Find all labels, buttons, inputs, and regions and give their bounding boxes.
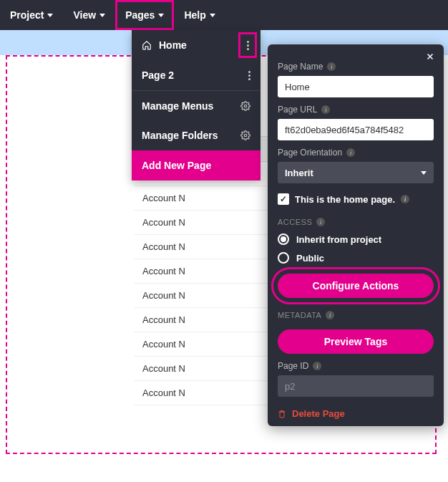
- info-icon[interactable]: i: [313, 362, 321, 370]
- dropdown-manage-menus-label: Manage Menus: [142, 100, 213, 112]
- homepage-label: This is the home page.: [295, 194, 395, 205]
- menu-help-label: Help: [184, 9, 205, 21]
- chevron-down-icon: [210, 14, 215, 17]
- delete-page-label: Delete Page: [292, 408, 345, 419]
- chevron-down-icon: [47, 14, 53, 17]
- chevron-down-icon: [158, 14, 164, 17]
- gear-icon: [240, 101, 250, 111]
- access-public-label: Public: [296, 253, 324, 264]
- dropdown-manage-folders[interactable]: Manage Folders: [132, 120, 260, 150]
- page-orientation-select[interactable]: Inherit: [278, 162, 434, 183]
- menu-view[interactable]: View: [63, 0, 115, 30]
- info-icon[interactable]: i: [316, 218, 325, 226]
- dropdown-manage-folders-label: Manage Folders: [142, 130, 218, 141]
- info-icon[interactable]: i: [346, 148, 355, 157]
- preview-tags-button[interactable]: Preview Tags: [278, 329, 434, 354]
- orientation-value: Inherit: [285, 168, 313, 178]
- gear-icon: [240, 130, 250, 140]
- vertical-dots-icon: [248, 71, 250, 80]
- access-inherit-radio[interactable]: Inherit from project: [278, 233, 434, 245]
- info-icon[interactable]: i: [321, 105, 330, 114]
- menu-view-label: View: [73, 9, 96, 21]
- page-properties-panel: Page Name i Page URL i Page Orientation …: [268, 44, 444, 426]
- page-options-button[interactable]: [248, 71, 250, 80]
- checkbox-checked-icon: ✓: [278, 193, 289, 205]
- dropdown-item-page2[interactable]: Page 2: [132, 60, 260, 90]
- chevron-down-icon: [99, 14, 105, 17]
- radio-unchecked-icon: [278, 252, 289, 264]
- menu-project-label: Project: [10, 9, 44, 21]
- vertical-dots-icon: [247, 41, 249, 50]
- top-menu-bar: Project View Pages Help: [0, 0, 448, 30]
- page-id-label: Page ID i: [278, 361, 434, 371]
- page-name-input[interactable]: [278, 76, 434, 97]
- info-icon[interactable]: i: [401, 195, 409, 203]
- access-inherit-label: Inherit from project: [296, 234, 381, 245]
- menu-pages[interactable]: Pages: [115, 0, 174, 30]
- close-icon: [425, 52, 435, 62]
- configure-actions-button[interactable]: Configure Actions: [278, 274, 434, 298]
- chevron-down-icon: [421, 171, 427, 175]
- menu-help[interactable]: Help: [174, 0, 225, 30]
- table-cell-left: Account N: [142, 290, 185, 301]
- table-cell-left: Account N: [142, 314, 185, 325]
- info-icon[interactable]: i: [327, 62, 336, 71]
- delete-page-button[interactable]: Delete Page: [278, 408, 434, 419]
- dropdown-manage-menus[interactable]: Manage Menus: [132, 90, 260, 120]
- page-name-label: Page Name i: [278, 62, 434, 72]
- info-icon[interactable]: i: [326, 311, 334, 319]
- table-cell-left: Account N: [142, 217, 185, 228]
- menu-pages-label: Pages: [125, 9, 155, 21]
- dropdown-item-home[interactable]: Home: [132, 30, 260, 60]
- page-url-label: Page URL i: [278, 105, 434, 115]
- pages-dropdown: Home Page 2 Manage Menus Manage Folders …: [132, 30, 260, 180]
- access-section-header: ACCESS i: [278, 218, 434, 226]
- access-public-radio[interactable]: Public: [278, 252, 434, 264]
- page-url-input[interactable]: [278, 119, 434, 140]
- table-cell-left: Account N: [142, 193, 185, 203]
- svg-point-1: [244, 134, 247, 137]
- table-cell-left: Account N: [142, 339, 185, 350]
- metadata-section-header: METADATA i: [278, 311, 434, 319]
- menu-project[interactable]: Project: [0, 0, 63, 30]
- homepage-checkbox-row[interactable]: ✓ This is the home page. i: [278, 193, 434, 205]
- radio-checked-icon: [278, 233, 289, 245]
- dropdown-add-new-page[interactable]: Add New Page: [132, 150, 260, 180]
- table-cell-left: Account N: [142, 387, 185, 398]
- table-cell-left: Account N: [142, 363, 185, 374]
- home-icon: [142, 40, 152, 50]
- dropdown-home-label: Home: [159, 39, 187, 51]
- table-cell-left: Account N: [142, 266, 185, 276]
- dropdown-add-label: Add New Page: [142, 160, 211, 171]
- svg-point-0: [244, 105, 247, 107]
- trash-icon: [278, 409, 286, 419]
- page-options-button[interactable]: [240, 34, 255, 56]
- table-cell-left: Account N: [142, 241, 185, 252]
- dropdown-page2-label: Page 2: [142, 69, 174, 81]
- page-orientation-label: Page Orientation i: [278, 148, 434, 158]
- close-button[interactable]: [425, 52, 435, 64]
- page-id-value: p2: [278, 375, 434, 397]
